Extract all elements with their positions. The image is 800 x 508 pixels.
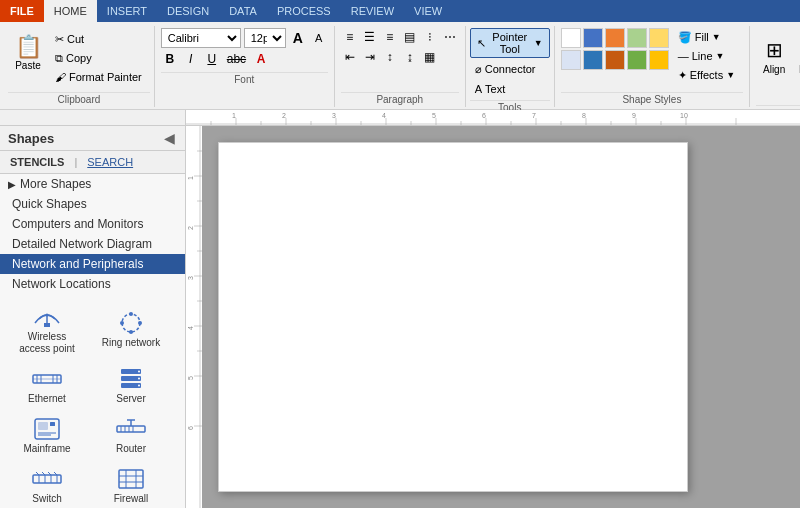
router-icon xyxy=(113,415,149,443)
shape-ring-network[interactable]: Ring network xyxy=(90,306,172,352)
shape-style-7[interactable] xyxy=(583,50,603,70)
align-center-button[interactable]: ☰ xyxy=(361,28,379,46)
quick-shapes-label: Quick Shapes xyxy=(12,197,87,211)
network-locations-label: Network Locations xyxy=(12,277,111,291)
sidebar: Shapes ◀ STENCILS | SEARCH ▶ More Shapes… xyxy=(0,126,186,508)
file-tab[interactable]: FILE xyxy=(0,0,44,22)
mainframe-icon xyxy=(29,415,65,443)
shape-style-9[interactable] xyxy=(627,50,647,70)
cut-button[interactable]: ✂ Cut xyxy=(50,30,150,48)
shape-styles-label: Shape Styles xyxy=(561,92,743,105)
vertical-ruler: 1 2 3 4 5 6 xyxy=(186,126,202,508)
svg-point-38 xyxy=(138,321,142,325)
shape-style-4[interactable] xyxy=(627,28,647,48)
switch-label: Switch xyxy=(32,493,61,505)
format-painter-button[interactable]: 🖌 Format Painter xyxy=(50,68,150,86)
pointer-tool-button[interactable]: ↖ Pointer Tool ▼ xyxy=(470,28,550,58)
sidebar-item-more-shapes[interactable]: ▶ More Shapes xyxy=(0,174,185,194)
font-decrease-button[interactable]: A xyxy=(310,29,328,47)
bold-button[interactable]: B xyxy=(161,50,179,68)
sidebar-item-detailed-network[interactable]: Detailed Network Diagram xyxy=(0,234,185,254)
title-bar-tabs: HOME INSERT DESIGN DATA PROCESS REVIEW V… xyxy=(44,0,452,22)
italic-button[interactable]: I xyxy=(182,50,200,68)
font-family-select[interactable]: Calibri xyxy=(161,28,241,48)
shape-router[interactable]: Router xyxy=(90,412,172,458)
sidebar-collapse-button[interactable]: ◀ xyxy=(161,130,177,146)
tab-process[interactable]: PROCESS xyxy=(267,0,341,22)
sidebar-item-network-peripherals[interactable]: Network and Peripherals xyxy=(0,254,185,274)
shape-wireless-access[interactable]: Wirelessaccess point xyxy=(6,300,88,358)
para-more-button[interactable]: ⋯ xyxy=(441,28,459,46)
arrange-group: ⊞ Align ⊡ Position ▲ Bring to Front ▼ ▼ xyxy=(750,26,800,107)
copy-button[interactable]: ⧉ Copy xyxy=(50,49,150,67)
clipboard-group: 📋 Paste ✂ Cut ⧉ Copy 🖌 Format Painter C xyxy=(4,26,155,107)
strikethrough-button[interactable]: abc xyxy=(224,50,249,68)
wireless-icon xyxy=(29,303,65,331)
font-size-select[interactable]: 12pt. xyxy=(244,28,286,48)
underline-button[interactable]: U xyxy=(203,50,221,68)
svg-point-35 xyxy=(46,314,49,317)
shape-style-5[interactable] xyxy=(649,28,669,48)
tab-review[interactable]: REVIEW xyxy=(341,0,404,22)
router-label: Router xyxy=(116,443,146,455)
para-spacing-button[interactable]: ↨ xyxy=(401,48,419,66)
position-section: ⊡ Position xyxy=(794,28,800,84)
svg-text:1: 1 xyxy=(187,176,194,180)
shape-ethernet[interactable]: Ethernet xyxy=(6,362,88,408)
indent-increase-button[interactable]: ⇥ xyxy=(361,48,379,66)
shape-style-2[interactable] xyxy=(583,28,603,48)
shape-switch[interactable]: Switch xyxy=(6,462,88,508)
tab-design[interactable]: DESIGN xyxy=(157,0,219,22)
svg-text:3: 3 xyxy=(332,112,336,119)
svg-rect-119 xyxy=(186,126,202,508)
shape-style-10[interactable] xyxy=(649,50,669,70)
paragraph-label: Paragraph xyxy=(341,92,459,105)
position-button[interactable]: ⊡ Position xyxy=(794,28,800,84)
main-layout: Shapes ◀ STENCILS | SEARCH ▶ More Shapes… xyxy=(0,126,800,508)
line-button[interactable]: — Line ▼ xyxy=(673,47,743,65)
sidebar-item-network-locations[interactable]: Network Locations xyxy=(0,274,185,294)
line-spacing-button[interactable]: ↕ xyxy=(381,48,399,66)
effects-button[interactable]: ✦ Effects ▼ xyxy=(673,66,743,84)
svg-rect-57 xyxy=(50,422,55,426)
shape-style-1[interactable] xyxy=(561,28,581,48)
font-color-button[interactable]: A xyxy=(252,50,270,68)
paste-button[interactable]: 📋 Paste xyxy=(8,28,48,80)
align-button[interactable]: ⊞ Align xyxy=(756,28,792,84)
tab-view[interactable]: VIEW xyxy=(404,0,452,22)
search-tab[interactable]: SEARCH xyxy=(85,155,135,169)
bullet-list-button[interactable]: ⁝ xyxy=(421,28,439,46)
shape-style-6[interactable] xyxy=(561,50,581,70)
columns-button[interactable]: ▦ xyxy=(421,48,439,66)
stencils-tab[interactable]: STENCILS xyxy=(8,155,66,169)
shape-firewall[interactable]: Firewall xyxy=(90,462,172,508)
sidebar-tabs: STENCILS | SEARCH xyxy=(0,151,185,174)
sidebar-item-quick-shapes[interactable]: Quick Shapes xyxy=(0,194,185,214)
text-button[interactable]: A Text xyxy=(470,80,550,98)
canvas-page[interactable] xyxy=(218,142,688,492)
shape-style-8[interactable] xyxy=(605,50,625,70)
tab-data[interactable]: DATA xyxy=(219,0,267,22)
font-increase-button[interactable]: A xyxy=(289,29,307,47)
shapes-grid: Wirelessaccess point Ring xyxy=(0,294,185,508)
justify-button[interactable]: ▤ xyxy=(401,28,419,46)
shapes-row-2: Ethernet xyxy=(2,360,183,410)
shape-server[interactable]: Server xyxy=(90,362,172,408)
connector-button[interactable]: ⌀ Connector xyxy=(470,60,550,78)
indent-decrease-button[interactable]: ⇤ xyxy=(341,48,359,66)
canvas-area[interactable]: 1 2 3 4 5 6 xyxy=(186,126,800,508)
fill-button[interactable]: 🪣 Fill ▼ xyxy=(673,28,743,46)
detailed-network-label: Detailed Network Diagram xyxy=(12,237,152,251)
align-right-button[interactable]: ≡ xyxy=(381,28,399,46)
network-peripherals-label: Network and Peripherals xyxy=(12,257,143,271)
clipboard-label: Clipboard xyxy=(8,92,150,105)
font-group: Calibri 12pt. A A B I U abc A Font xyxy=(155,26,335,107)
svg-text:7: 7 xyxy=(532,112,536,119)
tab-insert[interactable]: INSERT xyxy=(97,0,157,22)
ethernet-icon xyxy=(29,365,65,393)
align-left-button[interactable]: ≡ xyxy=(341,28,359,46)
tab-home[interactable]: HOME xyxy=(44,0,97,22)
shape-mainframe[interactable]: Mainframe xyxy=(6,412,88,458)
shape-style-3[interactable] xyxy=(605,28,625,48)
sidebar-item-computers-monitors[interactable]: Computers and Monitors xyxy=(0,214,185,234)
